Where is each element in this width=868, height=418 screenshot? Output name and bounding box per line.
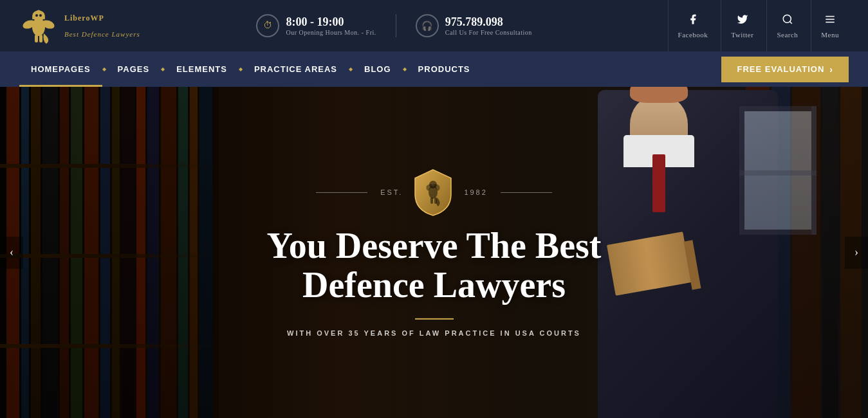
svg-rect-16 bbox=[434, 197, 437, 203]
svg-rect-5 bbox=[39, 35, 42, 42]
menu-icon bbox=[824, 14, 836, 28]
hero-est-year: 1982 bbox=[464, 188, 487, 196]
headset-icon: 🎧 bbox=[416, 14, 439, 37]
free-evaluation-button[interactable]: FREE EVALUATION › bbox=[721, 57, 849, 82]
hero-subtitle: WITH OVER 35 YEARS OF LAW PRACTICE IN US… bbox=[209, 329, 660, 337]
logo[interactable]: LiberoWP Best Defence Lawyers bbox=[19, 6, 140, 45]
brand-tagline: Best Defence Lawyers bbox=[64, 30, 140, 38]
phone-number: 975.789.098 bbox=[445, 15, 532, 30]
hours-subtitle: Our Opening Hours Mon. - Fri. bbox=[286, 29, 376, 36]
phone-subtitle: Call Us For Free Consultation bbox=[445, 29, 532, 36]
nav-homepages[interactable]: HOMEPAGES bbox=[19, 51, 102, 87]
hours-time: 8:00 - 19:00 bbox=[286, 15, 376, 30]
svg-point-8 bbox=[783, 15, 791, 23]
twitter-label: Twitter bbox=[731, 31, 753, 39]
svg-rect-4 bbox=[35, 35, 38, 42]
nav-bar: HOMEPAGES ◆ PAGES ◆ ELEMENTS ◆ PRACTICE … bbox=[0, 51, 868, 87]
svg-point-7 bbox=[39, 14, 42, 17]
brand-superscript: WP bbox=[90, 14, 104, 23]
search-label: Search bbox=[777, 31, 798, 39]
hero-shield-icon bbox=[412, 168, 454, 216]
hero-title: You Deserve The Best Defence Lawyers bbox=[209, 226, 660, 305]
brand-name: LiberoWP bbox=[64, 14, 140, 30]
top-bar-center: ⏱ 8:00 - 19:00 Our Opening Hours Mon. - … bbox=[256, 14, 551, 37]
top-bar-right: Facebook Twitter Search bbox=[668, 0, 849, 51]
facebook-icon bbox=[687, 14, 699, 28]
hero-divider bbox=[415, 318, 454, 320]
prev-arrow-icon: ‹ bbox=[10, 246, 14, 259]
nav-elements[interactable]: ELEMENTS bbox=[165, 51, 239, 87]
nav-links: HOMEPAGES ◆ PAGES ◆ ELEMENTS ◆ PRACTICE … bbox=[19, 51, 482, 87]
menu-label: Menu bbox=[821, 31, 839, 39]
next-arrow-icon: › bbox=[854, 246, 858, 259]
search-link[interactable]: Search bbox=[766, 0, 808, 51]
hero-est-label: EST. bbox=[380, 188, 403, 196]
nav-practice-areas[interactable]: PRACTICE AREAS bbox=[243, 51, 349, 87]
svg-point-6 bbox=[35, 14, 38, 17]
twitter-icon bbox=[737, 14, 748, 28]
hero-badge-row: EST. bbox=[209, 168, 660, 216]
nav-blog[interactable]: BLOG bbox=[353, 51, 403, 87]
hero-section: EST. bbox=[0, 87, 868, 418]
phone-info[interactable]: 🎧 975.789.098 Call Us For Free Consultat… bbox=[416, 14, 551, 37]
svg-line-9 bbox=[790, 21, 791, 23]
facebook-link[interactable]: Facebook bbox=[668, 0, 718, 51]
hero-content: EST. bbox=[209, 168, 660, 336]
nav-pages[interactable]: PAGES bbox=[106, 51, 162, 87]
free-eval-label: FREE EVALUATION bbox=[737, 64, 824, 74]
nav-products[interactable]: PRODUCTS bbox=[407, 51, 482, 87]
twitter-link[interactable]: Twitter bbox=[721, 0, 763, 51]
hero-badge-line-right bbox=[501, 192, 552, 192]
search-icon bbox=[782, 14, 793, 28]
facebook-label: Facebook bbox=[678, 31, 708, 39]
menu-link[interactable]: Menu bbox=[811, 0, 849, 51]
hero-badge-line-left bbox=[316, 192, 367, 192]
free-eval-arrow: › bbox=[829, 64, 833, 75]
clock-icon: ⏱ bbox=[256, 14, 279, 37]
carousel-next-button[interactable]: › bbox=[845, 237, 868, 269]
svg-rect-15 bbox=[430, 197, 433, 203]
top-bar: LiberoWP Best Defence Lawyers ⏱ 8:00 - 1… bbox=[0, 0, 868, 51]
logo-icon bbox=[19, 6, 58, 45]
hours-info: ⏱ 8:00 - 19:00 Our Opening Hours Mon. - … bbox=[256, 14, 396, 37]
carousel-prev-button[interactable]: ‹ bbox=[0, 237, 23, 269]
